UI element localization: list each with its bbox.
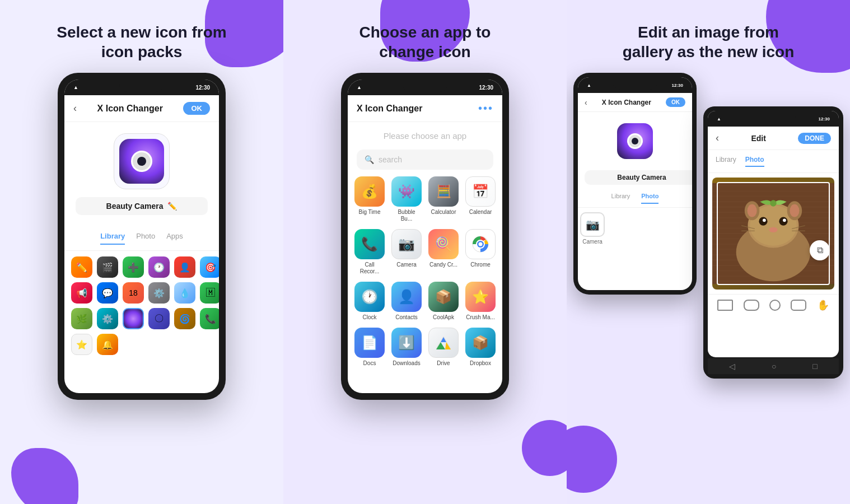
app-item-chrome[interactable]: Chrome: [465, 229, 496, 275]
docs-label: Docs: [363, 360, 376, 367]
mini-icon-8[interactable]: 💬: [97, 282, 118, 304]
mini-icon-13[interactable]: 🌿: [71, 308, 92, 329]
panel-2-title: Choose an app to change icon: [330, 22, 520, 62]
camera-app-icon: 📷: [391, 229, 422, 259]
wifi-icon: ▲: [73, 85, 78, 90]
three-dots-menu[interactable]: •••: [478, 102, 493, 115]
app-item-camera[interactable]: 📷 Camera: [391, 229, 422, 275]
camera-item-small[interactable]: 📷 Camera: [580, 212, 605, 245]
svg-marker-7: [445, 342, 451, 349]
tab-bar-1: Library Photo Apps: [64, 226, 219, 251]
camera-label: Camera: [396, 262, 417, 268]
mini-icon-16[interactable]: 〇: [148, 308, 170, 329]
signal-edit: ▲: [717, 116, 721, 122]
search-bar[interactable]: 🔍 search: [357, 150, 493, 170]
app-item-calendar[interactable]: 📅 Calendar: [465, 176, 496, 222]
small-ok-btn[interactable]: OK: [666, 97, 685, 107]
ok-button-1[interactable]: OK: [183, 102, 210, 115]
pencil-icon[interactable]: ✏️: [167, 202, 177, 211]
status-bar-edit: ▲ 12:30: [708, 111, 839, 127]
tab-library[interactable]: Library: [100, 232, 125, 245]
dropbox-icon: 📦: [465, 328, 496, 358]
candy-icon: 🍭: [428, 229, 459, 259]
panel-3: Edit an image from gallery as the new ic…: [567, 0, 850, 504]
downloads-label: Downloads: [393, 360, 420, 367]
mini-icon-19[interactable]: ⭐: [71, 334, 92, 355]
circle-shape-btn[interactable]: [769, 300, 781, 311]
contacts-icon: 👤: [391, 282, 422, 312]
app-item-dropbox[interactable]: 📦 Dropbox: [465, 328, 496, 367]
squircle-shape-btn[interactable]: [791, 300, 806, 311]
mini-icon-14[interactable]: ⚙️: [97, 308, 118, 329]
app-item-candy[interactable]: 🍭 Candy Cr...: [428, 229, 459, 275]
mini-icon-7[interactable]: 📢: [71, 282, 92, 304]
rect-shape-btn[interactable]: [717, 300, 733, 311]
mini-icon-10[interactable]: ⚙️: [148, 282, 170, 304]
edit-back-btn[interactable]: ‹: [716, 132, 719, 144]
status-bar-1: ▲ 12:30: [64, 80, 219, 95]
rounded-shape-btn[interactable]: [744, 300, 759, 311]
bubble-icon: 👾: [391, 176, 422, 207]
app-item-downloads[interactable]: ⬇️ Downloads: [391, 328, 422, 367]
tab-photo[interactable]: Photo: [136, 232, 155, 245]
dropbox-label: Dropbox: [470, 360, 491, 367]
small-eye-icon: [627, 133, 643, 149]
copy-button[interactable]: ⧉: [810, 240, 830, 260]
mini-icon-18[interactable]: 📞: [200, 308, 219, 329]
app-item-crush[interactable]: ⭐ Crush Ma...: [465, 282, 496, 321]
done-button[interactable]: DONE: [798, 133, 831, 144]
tab-apps[interactable]: Apps: [166, 232, 183, 245]
mini-icon-11[interactable]: 💧: [174, 282, 195, 304]
mini-icon-9[interactable]: 18: [123, 282, 144, 304]
mini-icon-5[interactable]: 👤: [174, 256, 195, 278]
mini-icon-4[interactable]: 🕐: [148, 256, 170, 278]
notch: [119, 80, 164, 92]
mini-icon-6[interactable]: 🎯: [200, 256, 219, 278]
mini-icon-17[interactable]: 🌀: [174, 308, 195, 329]
mini-icon-1[interactable]: ✏️: [71, 256, 92, 278]
mini-icon-20[interactable]: 🔔: [97, 334, 118, 355]
candy-label: Candy Cr...: [429, 262, 457, 268]
guinea-pig-image: [712, 178, 834, 290]
app-item-bigtime[interactable]: 💰 Big Time: [354, 176, 385, 222]
status-time-2: 12:30: [479, 85, 493, 91]
panel-3-phones: ▲ 12:30 ‹ X Icon Changer OK: [573, 73, 843, 379]
small-tab-photo[interactable]: Photo: [641, 193, 658, 204]
shape-tools: ✋: [708, 294, 839, 316]
app-item-callrec[interactable]: 📞 Call Recor...: [354, 229, 385, 275]
nav-back[interactable]: ◁: [729, 362, 735, 371]
eye-pupil: [137, 157, 146, 166]
notch-edit: [751, 111, 796, 123]
callrec-icon: 📞: [354, 229, 385, 259]
app-item-bubble[interactable]: 👾 Bubble Bu...: [391, 176, 422, 222]
app-item-clock[interactable]: 🕐 Clock: [354, 282, 385, 321]
app-item-calc[interactable]: 🧮 Calculator: [428, 176, 459, 222]
docs-icon: 📄: [354, 328, 385, 358]
photo-tab-library[interactable]: Library: [716, 156, 736, 167]
app-item-coolapk[interactable]: 📦 CoolApk: [428, 282, 459, 321]
status-bar-small: ▲ 12:30: [578, 77, 692, 93]
photo-area: ⧉: [708, 173, 839, 294]
crop-overlay: [717, 182, 830, 285]
nav-home[interactable]: ○: [772, 362, 776, 371]
nav-recent[interactable]: □: [812, 362, 817, 371]
phone-2-screen: ▲ 12:30 X Icon Changer ••• Please choose…: [348, 80, 502, 393]
coolapk-icon: 📦: [428, 282, 459, 312]
app-item-docs[interactable]: 📄 Docs: [354, 328, 385, 367]
phone-1-screen: ▲ 12:30 ‹ X Icon Changer OK: [64, 80, 219, 393]
small-app-name: Beauty Camera: [617, 174, 666, 181]
back-button-1[interactable]: ‹: [73, 102, 77, 114]
hand-tool-btn[interactable]: ✋: [817, 299, 829, 311]
photo-tab-photo[interactable]: Photo: [745, 156, 764, 167]
mini-icon-3[interactable]: ➕: [123, 256, 144, 278]
app-item-contacts[interactable]: 👤 Contacts: [391, 282, 422, 321]
app-item-drive[interactable]: Drive: [428, 328, 459, 367]
small-back[interactable]: ‹: [585, 98, 587, 107]
mini-icon-12[interactable]: 🇲: [200, 282, 219, 304]
app-icon-main: [119, 139, 164, 184]
mini-icon-2[interactable]: 🎬: [97, 256, 118, 278]
icon-preview-area: Beauty Camera ✏️: [64, 122, 219, 226]
small-tab-library[interactable]: Library: [611, 193, 631, 204]
mini-icon-15[interactable]: [123, 308, 144, 329]
app-list-grid: 💰 Big Time 👾 Bubble Bu... 🧮 Calculator 📅…: [348, 176, 502, 374]
